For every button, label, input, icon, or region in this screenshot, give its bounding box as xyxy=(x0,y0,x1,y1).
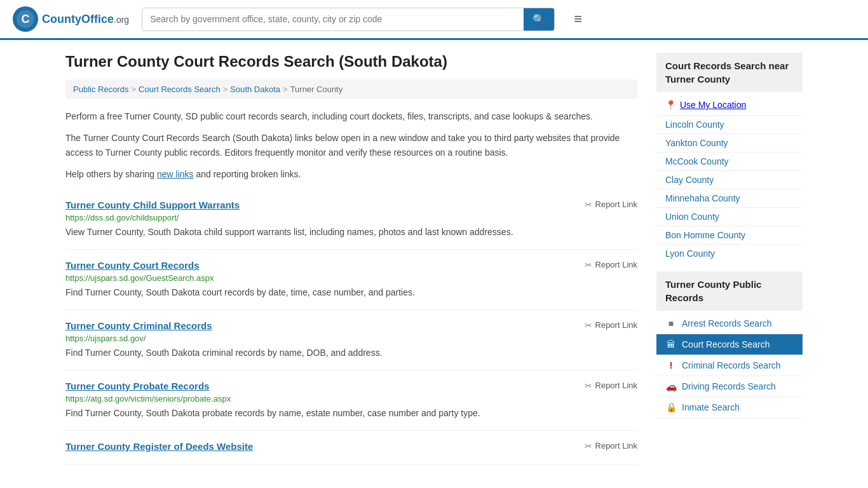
record-url-3: https://atg.sd.gov/victim/seniors/probat… xyxy=(65,394,637,403)
svg-text:C: C xyxy=(22,13,30,25)
report-link-btn-1[interactable]: ✂ Report Link xyxy=(585,260,637,270)
sidebar-pr-item-0[interactable]: ■ Arrest Records Search xyxy=(656,313,803,334)
inmate-icon: 🔒 xyxy=(665,402,677,412)
description-3: Help others by sharing new links and rep… xyxy=(65,167,637,181)
record-title-4[interactable]: Turner County Register of Deeds Website xyxy=(65,441,253,452)
report-icon-4: ✂ xyxy=(585,441,592,451)
report-link-btn-3[interactable]: ✂ Report Link xyxy=(585,381,637,391)
sidebar-nearby-list: Lincoln County Yankton County McCook Cou… xyxy=(656,116,803,262)
driving-icon: 🚗 xyxy=(665,381,677,391)
inmate-search-link[interactable]: Inmate Search xyxy=(682,402,740,412)
sidebar-pr-item-2[interactable]: ! Criminal Records Search xyxy=(656,355,803,376)
page-title: Turner County Court Records Search (Sout… xyxy=(65,53,637,71)
breadcrumb-sep-2: > xyxy=(223,85,228,94)
sidebar-nearby-5[interactable]: Union County xyxy=(656,208,803,226)
court-records-label: Court Records Search xyxy=(682,339,770,349)
search-input[interactable] xyxy=(142,9,524,29)
sidebar-pr-title: Turner County Public Records xyxy=(665,278,794,304)
record-entry-3: Turner County Probate Records ✂ Report L… xyxy=(65,370,637,431)
breadcrumb: Public Records > Court Records Search > … xyxy=(65,79,637,99)
sidebar-pr-item-1[interactable]: 🏛 Court Records Search xyxy=(656,334,803,355)
arrest-records-link[interactable]: Arrest Records Search xyxy=(682,318,772,329)
search-button[interactable]: 🔍 xyxy=(524,8,554,30)
logo-icon: C xyxy=(13,6,38,32)
location-icon: 📍 xyxy=(665,100,676,110)
record-entry-4: Turner County Register of Deeds Website … xyxy=(65,431,637,465)
header: C CountyOffice.org 🔍 ≡ xyxy=(0,0,868,40)
report-link-btn-4[interactable]: ✂ Report Link xyxy=(585,441,637,451)
report-icon-1: ✂ xyxy=(585,260,592,270)
sidebar-nearby-1[interactable]: Yankton County xyxy=(656,134,803,152)
main-layout: Turner County Court Records Search (Sout… xyxy=(53,40,815,478)
sidebar-nearby-2[interactable]: McCook County xyxy=(656,152,803,171)
content-area: Turner County Court Records Search (Sout… xyxy=(65,53,637,465)
sidebar-pr-header: Turner County Public Records xyxy=(656,271,803,311)
sidebar: Court Records Search near Turner County … xyxy=(656,53,803,465)
record-url-1: https://ujspars.sd.gov/GuestSearch.aspx xyxy=(65,273,637,283)
record-entry-1: Turner County Court Records ✂ Report Lin… xyxy=(65,250,637,310)
report-link-btn-2[interactable]: ✂ Report Link xyxy=(585,320,637,330)
breadcrumb-sep-1: > xyxy=(131,85,136,94)
sidebar-nearby-3[interactable]: Clay County xyxy=(656,171,803,189)
breadcrumb-sep-3: > xyxy=(283,85,288,94)
menu-button[interactable]: ≡ xyxy=(574,11,582,27)
records-list: Turner County Child Support Warrants ✂ R… xyxy=(65,189,637,465)
sidebar-nearby-6[interactable]: Bon Homme County xyxy=(656,226,803,245)
driving-records-link[interactable]: Driving Records Search xyxy=(682,381,776,391)
record-desc-2: Find Turner County, South Dakota crimina… xyxy=(65,346,637,360)
sidebar-use-location[interactable]: 📍 Use My Location xyxy=(656,95,803,116)
court-icon: 🏛 xyxy=(665,339,677,349)
report-icon-3: ✂ xyxy=(585,381,592,391)
sidebar-pr-item-3[interactable]: 🚗 Driving Records Search xyxy=(656,376,803,397)
criminal-records-link[interactable]: Criminal Records Search xyxy=(682,360,781,370)
record-title-2[interactable]: Turner County Criminal Records xyxy=(65,320,212,331)
description-1: Perform a free Turner County, SD public … xyxy=(65,109,637,123)
sidebar-nearby-4[interactable]: Minnehaha County xyxy=(656,189,803,208)
record-desc-0: View Turner County, South Dakota child s… xyxy=(65,226,637,239)
record-entry-2: Turner County Criminal Records ✂ Report … xyxy=(65,310,637,370)
sidebar-nearby-header: Court Records Search near Turner County xyxy=(656,53,803,92)
record-title-3[interactable]: Turner County Probate Records xyxy=(65,381,209,391)
report-icon-2: ✂ xyxy=(585,320,592,330)
breadcrumb-south-dakota[interactable]: South Dakota xyxy=(230,85,280,94)
record-title-1[interactable]: Turner County Court Records xyxy=(65,260,200,271)
record-url-0: https://dss.sd.gov/childsupport/ xyxy=(65,213,637,222)
new-links-link[interactable]: new links xyxy=(157,169,194,179)
breadcrumb-turner-county: Turner County xyxy=(290,85,343,94)
sidebar-nearby-7[interactable]: Lyon County xyxy=(656,245,803,262)
criminal-icon: ! xyxy=(665,360,677,370)
record-entry-0: Turner County Child Support Warrants ✂ R… xyxy=(65,189,637,250)
logo-area: C CountyOffice.org xyxy=(13,6,129,32)
record-url-2: https://ujspars.sd.gov/ xyxy=(65,334,637,343)
report-link-btn-0[interactable]: ✂ Report Link xyxy=(585,200,637,210)
record-desc-1: Find Turner County, South Dakota court r… xyxy=(65,286,637,299)
record-desc-3: Find Turner County, South Dakota probate… xyxy=(65,407,637,420)
sidebar-nearby-0[interactable]: Lincoln County xyxy=(656,116,803,134)
sidebar-pr-item-4[interactable]: 🔒 Inmate Search xyxy=(656,397,803,418)
search-bar: 🔍 xyxy=(142,8,555,31)
logo-text: CountyOffice.org xyxy=(42,13,129,26)
description-2: The Turner County Court Records Search (… xyxy=(65,131,637,159)
report-icon-0: ✂ xyxy=(585,200,592,210)
breadcrumb-public-records[interactable]: Public Records xyxy=(73,85,128,94)
arrest-icon: ■ xyxy=(665,318,677,329)
record-title-0[interactable]: Turner County Child Support Warrants xyxy=(65,200,240,210)
sidebar-pr-list: ■ Arrest Records Search 🏛 Court Records … xyxy=(656,313,803,418)
use-my-location-link[interactable]: Use My Location xyxy=(680,100,746,110)
sidebar-nearby-title: Court Records Search near Turner County xyxy=(665,59,794,86)
breadcrumb-court-records[interactable]: Court Records Search xyxy=(139,85,220,94)
